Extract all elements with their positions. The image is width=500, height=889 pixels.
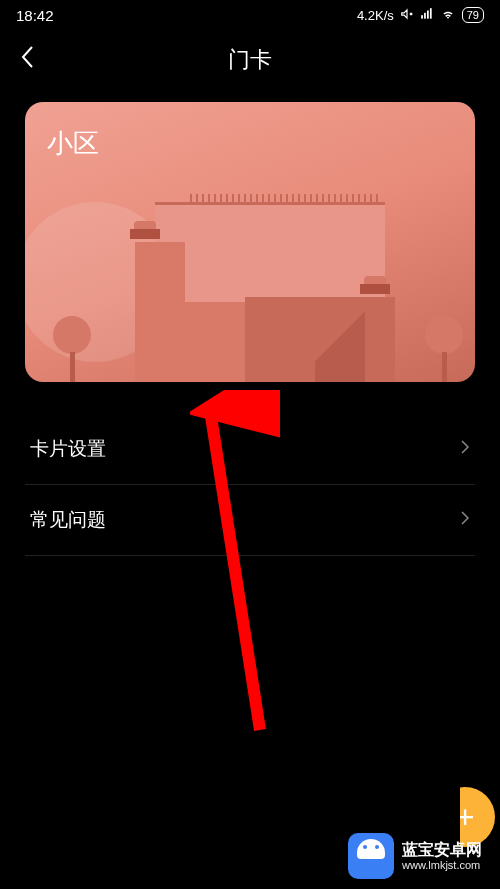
watermark-icon [348,833,394,879]
mute-icon [400,7,414,24]
planter-graphic [360,284,390,294]
battery-icon: 79 [462,7,484,23]
watermark-text: 蓝宝安卓网 www.lmkjst.com [402,840,482,872]
tree-graphic [425,316,463,382]
card-label: 小区 [47,126,99,161]
page-title: 门卡 [228,45,272,75]
svg-rect-3 [430,8,432,19]
status-right: 4.2K/s 79 [357,7,484,24]
chevron-right-icon [460,439,470,460]
menu-label: 卡片设置 [30,436,106,462]
menu-item-faq[interactable]: 常见问题 [25,485,475,556]
back-button[interactable] [20,45,34,76]
watermark: 蓝宝安卓网 www.lmkjst.com [348,833,482,879]
menu-list: 卡片设置 常见问题 [0,394,500,556]
wifi-icon [440,7,456,24]
building-graphic [95,182,375,382]
card-container: 小区 [0,90,500,394]
network-speed: 4.2K/s [357,8,394,23]
planter-graphic [130,229,160,239]
status-bar: 18:42 4.2K/s 79 [0,0,500,30]
plus-icon: + [456,799,475,836]
chevron-right-icon [460,510,470,531]
signal-icon [420,7,434,24]
svg-rect-1 [424,12,426,18]
svg-rect-0 [421,15,423,19]
status-time: 18:42 [16,7,54,24]
nav-bar: 门卡 [0,30,500,90]
access-card[interactable]: 小区 [25,102,475,382]
menu-item-card-settings[interactable]: 卡片设置 [25,414,475,485]
svg-rect-2 [427,10,429,18]
menu-label: 常见问题 [30,507,106,533]
tree-graphic [53,316,91,382]
